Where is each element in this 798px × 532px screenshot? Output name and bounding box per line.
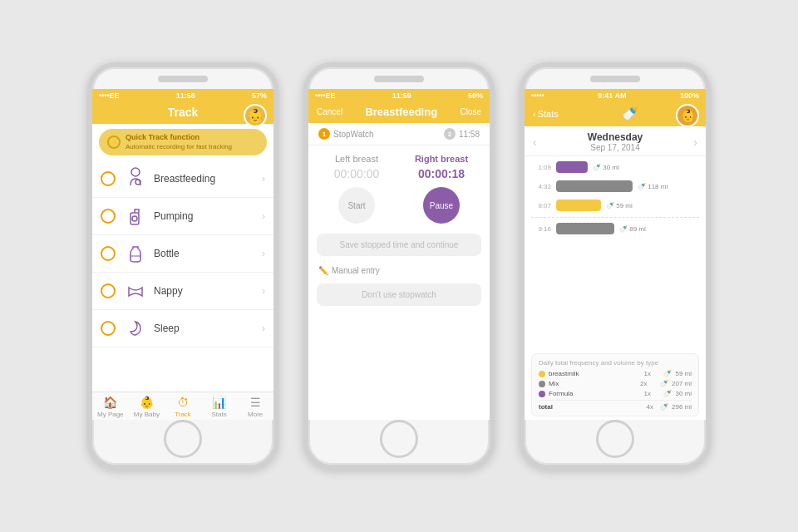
breast-section: Left breast 00:00:00 Start Right breast … [308,145,490,229]
total-label: total [539,403,643,411]
more-icon: ☰ [250,396,261,409]
name-mix: Mix [549,380,637,387]
sleep-label: Sleep [154,323,262,334]
bar-109 [556,161,588,173]
track-item-nappy[interactable]: Nappy › [92,273,273,310]
summary-total-row: total 4x 🍼 296 ml [539,400,692,411]
avatar-1: 👶 [244,104,267,127]
bottle-label: Bottle [154,248,262,259]
stats-avatar: 👶 [676,104,699,127]
count-formula: 1x [643,390,660,397]
carrier-1: ••••EE [99,91,120,100]
close-button[interactable]: Close [460,107,481,116]
step2-badge: 2 [444,128,456,140]
bar-area-432: 🍼 118 ml [556,180,699,192]
time-2: 11:59 [392,91,411,100]
summary-title: Daily total frequency and volume by type [539,359,692,367]
time-label-807: 8:07 [531,202,551,209]
home-icon: 🏠 [103,396,117,409]
bf-header: Cancel Breastfeeding Close [308,102,490,123]
count-mix: 2x [640,380,657,387]
status-bar-3: ••••• 9:41 AM 100% [525,89,706,102]
status-bar-2: ••••EE 11:59 56% [308,89,490,102]
right-breast-label: Right breast [415,154,468,164]
bar-area-916: 🍼 89 ml [556,223,699,234]
time-row-916: 9:16 🍼 89 ml [531,221,699,236]
vol-breastmilk: 59 ml [675,370,692,377]
nav-stats[interactable]: 📊 Stats [201,396,238,418]
no-stopwatch-button[interactable]: Don't use stopwatch [317,283,481,306]
bar-area-109: 🍼 30 ml [556,161,699,173]
pause-button[interactable]: Pause [423,187,460,224]
pencil-icon: ✏️ [318,266,328,275]
save-stopped-button[interactable]: Save stopped time and continue [317,234,481,256]
dot-mix [539,381,545,387]
sleep-arrow: › [262,323,265,334]
count-breastmilk: 1x [643,370,660,377]
status-bar-1: ••••EE 11:58 57% [92,89,273,102]
quick-track-banner[interactable]: ⚡ Quick Track function Automatic recordi… [99,129,267,155]
date-prev-button[interactable]: ‹ [533,135,537,149]
date-full: Sep 17, 2014 [588,143,643,152]
nav-mybaby[interactable]: 👶 My Baby [129,396,165,418]
carrier-2: ••••EE [315,91,336,100]
nav-mypage[interactable]: 🏠 My Page [92,396,129,418]
stats-icon: 📊 [212,396,226,409]
left-breast-label: Left breast [335,154,378,164]
manual-entry-row: ✏️ Manual entry [308,261,490,280]
track-item-sleep[interactable]: Sleep › [92,310,273,347]
bar-vol-807: 🍼 59 ml [606,202,633,209]
track-header: Track 👶 [92,102,273,124]
cancel-button[interactable]: Cancel [317,107,342,116]
sw-time: 11:58 [459,130,480,139]
track-item-pumping[interactable]: Pumping › [92,198,273,235]
time-1: 11:58 [176,91,195,100]
summary-row-mix: Mix 2x 🍼 207 ml [539,380,692,387]
timeline-area: 1:09 🍼 30 ml 4:32 🍼 118 ml 8:0 [525,156,706,350]
stats-back-button[interactable]: ‹ Stats [533,109,559,119]
bottle-total-icon: 🍼 [660,403,668,411]
bar-432 [556,180,633,192]
battery-3: 100% [680,91,699,100]
phone-stats: ••••• 9:41 AM 100% ‹ Stats 🍼 👶 ‹ Wednesd… [520,62,711,470]
vol-formula: 30 ml [675,390,692,397]
nappy-icon [122,278,149,304]
bottle-icon [122,240,149,267]
summary-row-formula: Formula 1x 🍼 30 ml [539,390,692,397]
quick-track-icon: ⚡ [107,135,121,149]
track-item-breastfeeding[interactable]: Breastfeeding › [92,160,273,198]
date-display: Wednesday Sep 17, 2014 [588,131,643,152]
bar-807 [556,200,601,211]
svg-point-3 [132,216,137,221]
start-button[interactable]: Start [338,187,375,224]
nav-more[interactable]: ☰ More [237,396,273,418]
bottle-arrow: › [262,248,265,259]
summary-box: Daily total frequency and volume by type… [531,353,699,416]
track-item-bottle[interactable]: Bottle › [92,235,273,273]
track-dot [101,209,116,224]
total-volume: 296 ml [672,403,692,411]
bf-title: Breastfeeding [365,106,437,118]
timeline-divider [531,217,699,218]
date-next-button[interactable]: › [693,135,697,149]
quick-track-text: Quick Track function Automatic recording… [126,133,232,151]
bar-vol-916: 🍼 89 ml [619,225,646,233]
stopwatch-label: StopWatch [333,130,374,139]
name-breastmilk: breastmilk [549,370,640,377]
bottom-nav-1: 🏠 My Page 👶 My Baby ⏱ Track 📊 Stats ☰ [92,392,273,420]
track-dot [101,283,116,298]
dot-formula [539,391,545,397]
date-nav: ‹ Wednesday Sep 17, 2014 › [525,126,706,156]
total-count: 4x [647,403,653,411]
right-breast-col: Right breast 00:00:18 Pause [401,154,481,224]
svg-point-0 [131,168,140,176]
sw-left: 1 StopWatch [318,128,374,140]
phone-breastfeeding: ••••EE 11:59 56% Cancel Breastfeeding Cl… [303,62,495,470]
track-title: Track [101,106,265,119]
bottle-header-icon: 🍼 [622,106,638,121]
bottle-icon-sm3: 🍼 [663,390,672,397]
nav-track[interactable]: ⏱ Track [165,396,201,418]
time-row-432: 4:32 🍼 118 ml [531,179,699,194]
time-3: 9:41 AM [598,91,626,100]
track-icon: ⏱ [177,396,189,409]
